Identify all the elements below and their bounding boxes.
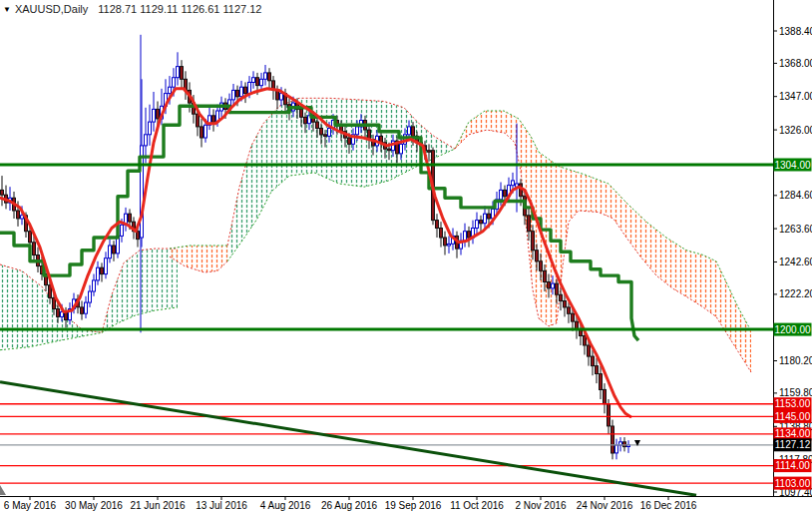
level-price-label-text: 1304.00: [774, 160, 811, 171]
level-price-label-text: 1134.00: [775, 428, 811, 439]
y-tick-label: 1263.60: [779, 224, 812, 235]
x-tick-label: 30 May 2016: [65, 500, 123, 511]
x-tick-label: 6 May 2016: [4, 500, 57, 511]
current-price-label-text: 1127.12: [775, 439, 811, 450]
x-tick-label: 16 Dec 2016: [640, 500, 697, 511]
x-tick-label: 26 Aug 2016: [321, 500, 378, 511]
candle: [611, 420, 614, 460]
x-axis-labels[interactable]: 6 May 201630 May 201621 Jun 201613 Jul 2…: [4, 497, 697, 511]
x-tick-label: 11 Oct 2016: [450, 500, 504, 511]
y-tick-label: 1284.60: [779, 190, 812, 201]
level-price-label-text: 1153.00: [775, 398, 811, 409]
symbol-dropdown-icon[interactable]: ▼: [3, 5, 11, 14]
x-tick-label: 21 Jun 2016: [130, 500, 185, 511]
price-chart-canvas[interactable]: 1388.401368.001347.001326.001284.601263.…: [0, 0, 812, 513]
y-tick-label: 1222.20: [779, 288, 812, 299]
x-tick-label: 2 Nov 2016: [515, 500, 567, 511]
y-tick-label: 1326.00: [779, 125, 812, 136]
level-price-label-text: 1200.00: [774, 324, 811, 335]
y-axis-labels[interactable]: 1388.401368.001347.001326.001284.601263.…: [773, 26, 812, 498]
level-price-label-text: 1145.00: [775, 411, 811, 422]
ohlc-values: 1128.71 1129.11 1126.61 1127.12: [98, 3, 261, 15]
level-price-label-text: 1114.00: [775, 460, 810, 471]
chart-window: 1388.401368.001347.001326.001284.601263.…: [0, 0, 812, 513]
x-tick-label: 4 Aug 2016: [260, 500, 311, 511]
x-tick-label: 13 Jul 2016: [196, 500, 247, 511]
y-tick-label: 1347.00: [779, 91, 812, 102]
x-tick-label: 19 Sep 2016: [385, 500, 442, 511]
x-tick-label: 24 Nov 2016: [577, 500, 633, 511]
y-tick-label: 1368.00: [779, 58, 812, 69]
y-tick-label: 1242.60: [779, 256, 812, 267]
y-tick-label: 1159.80: [779, 387, 812, 398]
y-tick-label: 1180.20: [779, 355, 812, 366]
y-tick-label: 1388.40: [779, 26, 812, 37]
symbol-period-label: XAUUSD,Daily: [15, 3, 88, 15]
level-price-label-text: 1103.00: [775, 478, 811, 489]
chart-title: ▼XAUUSD,Daily1128.71 1129.11 1126.61 112…: [3, 3, 261, 15]
